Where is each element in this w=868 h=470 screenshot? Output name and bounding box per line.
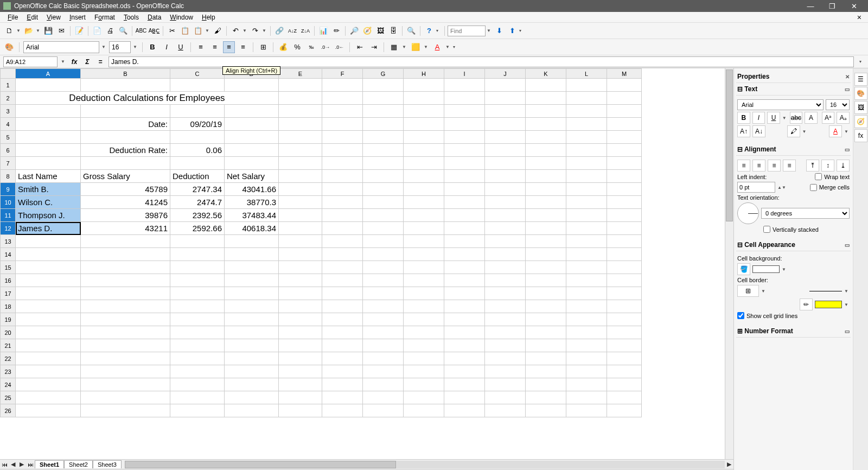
cell-K15[interactable] [526, 261, 566, 274]
cell-L23[interactable] [566, 365, 607, 378]
cell-E26[interactable] [279, 404, 322, 417]
cell-K13[interactable] [526, 235, 566, 248]
cell-J24[interactable] [485, 378, 526, 391]
cell-C11[interactable]: 2392.56 [170, 209, 225, 222]
align-right-icon[interactable]: ≡ [223, 41, 235, 53]
export-pdf-icon[interactable]: 📄 [91, 25, 103, 37]
cell-H18[interactable] [404, 300, 444, 313]
cell-C24[interactable] [170, 378, 225, 391]
cell-B26[interactable] [81, 404, 170, 417]
cell-L14[interactable] [566, 248, 607, 261]
cell-M7[interactable] [607, 157, 642, 170]
cell-I6[interactable] [444, 144, 485, 157]
cell-L25[interactable] [566, 391, 607, 404]
cell-A20[interactable] [16, 326, 81, 339]
cell-C8[interactable]: Deduction [170, 170, 225, 183]
cell-H5[interactable] [404, 131, 444, 144]
cell-L26[interactable] [566, 404, 607, 417]
select-all-cell[interactable] [1, 69, 16, 79]
cell-I21[interactable] [444, 339, 485, 352]
cell-E16[interactable] [279, 274, 322, 287]
cell-I19[interactable] [444, 313, 485, 326]
cell-F22[interactable] [322, 352, 363, 365]
add-decimal-icon[interactable]: .0→ [320, 41, 331, 53]
column-header-C[interactable]: C [170, 69, 225, 79]
formatting-overflow[interactable]: ▾ [453, 45, 458, 49]
cell-H9[interactable] [404, 183, 444, 196]
cell-K19[interactable] [526, 313, 566, 326]
cell-J9[interactable] [485, 183, 526, 196]
cell-J1[interactable] [485, 79, 526, 92]
find-dropdown[interactable]: ▼ [487, 28, 492, 33]
cell-I11[interactable] [444, 209, 485, 222]
cell-D18[interactable] [225, 300, 279, 313]
cell-K10[interactable] [526, 196, 566, 209]
cell-C9[interactable]: 2747.34 [170, 183, 225, 196]
align-left-icon[interactable]: ≡ [195, 41, 207, 53]
cell-H15[interactable] [404, 261, 444, 274]
navigator-icon[interactable]: 🧭 [361, 25, 373, 37]
cell-G11[interactable] [363, 209, 404, 222]
cell-F4[interactable] [322, 118, 363, 131]
cell-D8[interactable]: Net Salary [225, 170, 279, 183]
cell-C23[interactable] [170, 365, 225, 378]
cell-D26[interactable] [225, 404, 279, 417]
cell-L5[interactable] [566, 131, 607, 144]
paste-icon[interactable]: 📋 [192, 25, 204, 37]
show-draw-functions-icon[interactable]: ✏ [330, 25, 342, 37]
column-header-L[interactable]: L [566, 69, 607, 79]
cell-H10[interactable] [404, 196, 444, 209]
menu-format[interactable]: Format [90, 12, 119, 22]
cell-I1[interactable] [444, 79, 485, 92]
cell-D1[interactable] [225, 79, 279, 92]
cell-D6[interactable] [225, 144, 279, 157]
cell-M16[interactable] [607, 274, 642, 287]
cell-G13[interactable] [363, 235, 404, 248]
sheet-tab-Sheet3[interactable]: Sheet3 [93, 460, 122, 468]
cell-M4[interactable] [607, 118, 642, 131]
sheet-first-icon[interactable]: ⏮ [0, 461, 9, 468]
name-box[interactable] [3, 56, 58, 67]
rotation-dial[interactable] [737, 202, 759, 224]
cell-I8[interactable] [444, 170, 485, 183]
cell-K1[interactable] [526, 79, 566, 92]
cell-C13[interactable] [170, 235, 225, 248]
background-color-icon[interactable]: 🟨 [410, 41, 422, 53]
cell-L11[interactable] [566, 209, 607, 222]
cell-J6[interactable] [485, 144, 526, 157]
cell-G2[interactable] [363, 92, 404, 105]
cell-H4[interactable] [404, 118, 444, 131]
cell-M3[interactable] [607, 105, 642, 118]
document-close-button[interactable]: × [854, 13, 865, 22]
cell-E22[interactable] [279, 352, 322, 365]
cell-L19[interactable] [566, 313, 607, 326]
sidebar-align-left-icon[interactable]: ≡ [737, 160, 750, 172]
cell-J7[interactable] [485, 157, 526, 170]
cell-D25[interactable] [225, 391, 279, 404]
cell-G1[interactable] [363, 79, 404, 92]
cell-K24[interactable] [526, 378, 566, 391]
cell-E7[interactable] [279, 157, 322, 170]
hscroll-right-icon[interactable]: ▶ [725, 461, 733, 468]
numfmt-more-icon[interactable]: ▭ [845, 328, 850, 334]
cell-J15[interactable] [485, 261, 526, 274]
cell-K5[interactable] [526, 131, 566, 144]
cell-L6[interactable] [566, 144, 607, 157]
redo-dropdown[interactable]: ▼ [262, 28, 267, 33]
column-header-B[interactable]: B [81, 69, 170, 79]
cell-J10[interactable] [485, 196, 526, 209]
cell-F13[interactable] [322, 235, 363, 248]
open-icon[interactable]: 📂 [23, 25, 35, 37]
row-header-23[interactable]: 23 [1, 365, 16, 378]
cell-A11[interactable]: Thompson J. [16, 209, 81, 222]
cell-H6[interactable] [404, 144, 444, 157]
cell-F23[interactable] [322, 365, 363, 378]
undo-dropdown[interactable]: ▼ [242, 28, 248, 33]
cell-D19[interactable] [225, 313, 279, 326]
cell-E10[interactable] [279, 196, 322, 209]
border-preset-dropdown[interactable]: ▼ [761, 289, 767, 294]
cell-F25[interactable] [322, 391, 363, 404]
function-wizard-icon[interactable]: fx [69, 57, 79, 67]
cell-F17[interactable] [322, 287, 363, 300]
cell-J16[interactable] [485, 274, 526, 287]
